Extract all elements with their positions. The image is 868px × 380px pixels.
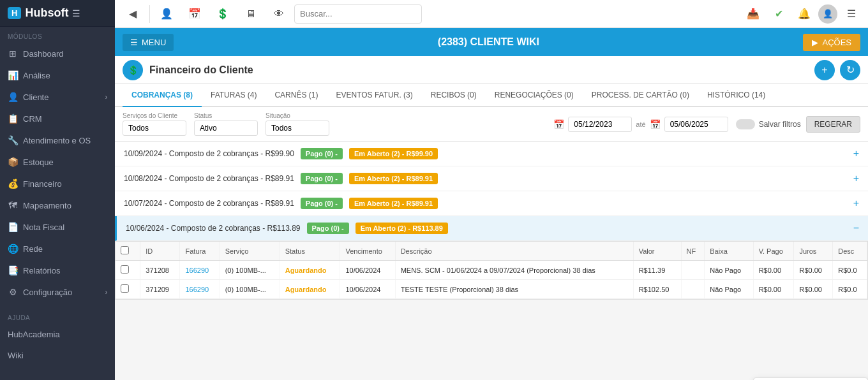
col-desc: Desc xyxy=(833,242,867,261)
sidebar-item-atendimento[interactable]: 🔧Atendimento e OS xyxy=(0,129,115,151)
row2-fatura-link[interactable]: 166290 xyxy=(185,286,209,293)
tab-cartao[interactable]: PROCESS. DE CARTÃO (0) xyxy=(583,84,698,107)
filter-service-select[interactable]: Todos xyxy=(123,121,186,136)
atendimento-icon: 🔧 xyxy=(8,135,18,145)
sidebar-collapse-icon[interactable]: ☰ xyxy=(72,8,80,18)
row1-check[interactable] xyxy=(116,261,140,280)
sub-header-actions: + ↻ xyxy=(814,60,860,80)
row2-check[interactable] xyxy=(116,280,140,299)
menu-icon[interactable]: ☰ xyxy=(840,3,863,26)
main-content: ◀ 👤 📅 💲 🖥 👁 📥 ✔ 🔔 👤 ☰ ☰ MENU (2383) CLIE… xyxy=(115,0,868,380)
sub-header: 💲 Financeiro do Cliente + ↻ xyxy=(115,56,868,84)
sidebar-label-rede: Rede xyxy=(23,244,43,254)
tab-carnes[interactable]: CARNÊS (1) xyxy=(266,84,327,107)
row2-vencimento: 10/06/2024 xyxy=(340,280,395,299)
filter-status-select[interactable]: Ativo xyxy=(194,121,258,136)
row2-desc: R$0.0 xyxy=(833,280,867,299)
relatorios-icon: 📑 xyxy=(8,265,18,275)
row1-valor: R$11.39 xyxy=(633,261,681,280)
sidebar-label-dashboard: Dashboard xyxy=(23,49,64,59)
eye-button[interactable]: 👁 xyxy=(266,3,292,26)
sidebar-item-dashboard[interactable]: ⊞Dashboard xyxy=(0,43,115,64)
select-all-checkbox[interactable] xyxy=(121,246,129,254)
sidebar-item-mapeamento[interactable]: 🗺Mapeamento xyxy=(0,194,115,216)
save-filter-toggle: Salvar filtros xyxy=(736,119,801,129)
search-input[interactable] xyxy=(294,4,422,24)
tab-cobrancas[interactable]: COBRANÇAS (8) xyxy=(123,84,202,107)
charge-badge-green-1: Pago (0) - xyxy=(301,148,343,159)
filter-situation-label: Situação xyxy=(266,112,329,119)
dollar-button[interactable]: 💲 xyxy=(210,3,236,26)
bell-icon[interactable]: 🔔 xyxy=(793,3,816,26)
sidebar-item-configuracao[interactable]: ⚙Configuração› xyxy=(0,281,115,303)
refresh-button[interactable]: ↻ xyxy=(840,60,860,80)
calendar-button[interactable]: 📅 xyxy=(182,3,207,26)
filter-service-label: Serviços do Cliente xyxy=(123,112,186,119)
page-header: ☰ MENU (2383) CLIENTE WIKI ▶ AÇÕES xyxy=(115,28,868,56)
tab-eventos[interactable]: EVENTOS FATUR. (3) xyxy=(327,84,421,107)
sidebar-item-estoque[interactable]: 📦Estoque xyxy=(0,151,115,173)
charge-row-1[interactable]: 10/09/2024 - Composto de 2 cobranças - R… xyxy=(115,142,868,166)
avatar[interactable]: 👤 xyxy=(818,4,837,24)
expand-icon-2[interactable]: + xyxy=(853,173,859,184)
filter-service-group: Serviços do Cliente Todos xyxy=(123,112,186,136)
download-icon[interactable]: 📥 xyxy=(742,3,765,26)
expand-icon-1[interactable]: + xyxy=(853,148,859,159)
menu-button[interactable]: ☰ MENU xyxy=(123,34,174,51)
filter-situation-select[interactable]: Todos xyxy=(266,121,329,136)
back-button[interactable]: ◀ xyxy=(120,3,146,26)
collapse-icon-4[interactable]: − xyxy=(853,223,859,234)
check-icon[interactable]: ✔ xyxy=(767,3,790,26)
tab-renegociacoes[interactable]: RENEGOCIAÇÕES (0) xyxy=(486,84,583,107)
col-servico: Serviço xyxy=(220,242,280,261)
sidebar-item-relatorios[interactable]: 📑Relatórios xyxy=(0,259,115,281)
add-button[interactable]: + xyxy=(814,60,835,80)
user-button[interactable]: 👤 xyxy=(154,3,179,26)
col-status: Status xyxy=(280,242,340,261)
row1-servico: (0) 100MB-... xyxy=(220,261,280,280)
sidebar-item-crm[interactable]: 📋CRM xyxy=(0,108,115,129)
col-id: ID xyxy=(140,242,180,261)
sidebar-item-cliente[interactable]: 👤Cliente› xyxy=(0,86,115,108)
chevron-right-icon: › xyxy=(105,94,107,101)
row1-checkbox[interactable] xyxy=(121,265,129,274)
tab-recibos[interactable]: RECIBOS (0) xyxy=(422,84,486,107)
sidebar-label-atendimento: Atendimento e OS xyxy=(23,136,91,145)
date-from-input[interactable] xyxy=(568,117,632,132)
sidebar-item-wiki[interactable]: Wiki xyxy=(0,345,115,366)
sidebar-item-rede[interactable]: 🌐Rede xyxy=(0,238,115,259)
charge-row-2[interactable]: 10/08/2024 - Composto de 2 cobranças - R… xyxy=(115,166,868,191)
sidebar-label-analise: Análise xyxy=(23,71,50,80)
sidebar-item-financeiro[interactable]: 💰Financeiro xyxy=(0,173,115,194)
row2-checkbox[interactable] xyxy=(121,284,129,293)
sub-header-title: Financeiro do Cliente xyxy=(149,64,814,76)
actions-button[interactable]: ▶ AÇÕES xyxy=(803,34,860,51)
tab-faturas[interactable]: FATURAS (4) xyxy=(202,84,266,107)
charge-row-3[interactable]: 10/07/2024 - Composto de 2 cobranças - R… xyxy=(115,191,868,216)
screen-button[interactable]: 🖥 xyxy=(238,3,264,26)
row1-baixa: Não Pago xyxy=(705,261,753,280)
date-to-input[interactable] xyxy=(664,117,728,132)
row2-fatura[interactable]: 166290 xyxy=(180,280,220,299)
row2-valor: R$102.50 xyxy=(633,280,681,299)
sidebar-label-nota-fiscal: Nota Fiscal xyxy=(23,223,64,232)
row2-vpago: R$0.00 xyxy=(753,280,794,299)
sidebar-item-analise[interactable]: 📊Análise xyxy=(0,64,115,86)
cliente-icon: 👤 xyxy=(8,92,18,102)
save-filter-toggle-switch[interactable] xyxy=(736,119,755,129)
sidebar-item-hubacademia[interactable]: HubAcademia xyxy=(0,324,115,345)
estoque-icon: 📦 xyxy=(8,157,18,167)
charge-badge-orange-3: Em Aberto (2) - R$89.91 xyxy=(349,198,438,209)
row2-nf xyxy=(681,280,705,299)
row2-id: 371209 xyxy=(140,280,180,299)
row1-fatura-link[interactable]: 166290 xyxy=(185,267,209,274)
sidebar-label-mapeamento: Mapeamento xyxy=(23,201,71,210)
expand-icon-3[interactable]: + xyxy=(853,198,859,209)
sidebar-item-nota-fiscal[interactable]: 📄Nota Fiscal xyxy=(0,216,115,238)
regerar-button[interactable]: REGERAR xyxy=(806,116,860,133)
charge-row-4[interactable]: 10/06/2024 - Composto de 2 cobranças - R… xyxy=(115,216,868,241)
tab-historico[interactable]: HISTÓRICO (14) xyxy=(698,84,774,107)
row1-juros: R$0.00 xyxy=(794,261,833,280)
topbar-divider-1 xyxy=(149,5,150,23)
row1-fatura[interactable]: 166290 xyxy=(180,261,220,280)
